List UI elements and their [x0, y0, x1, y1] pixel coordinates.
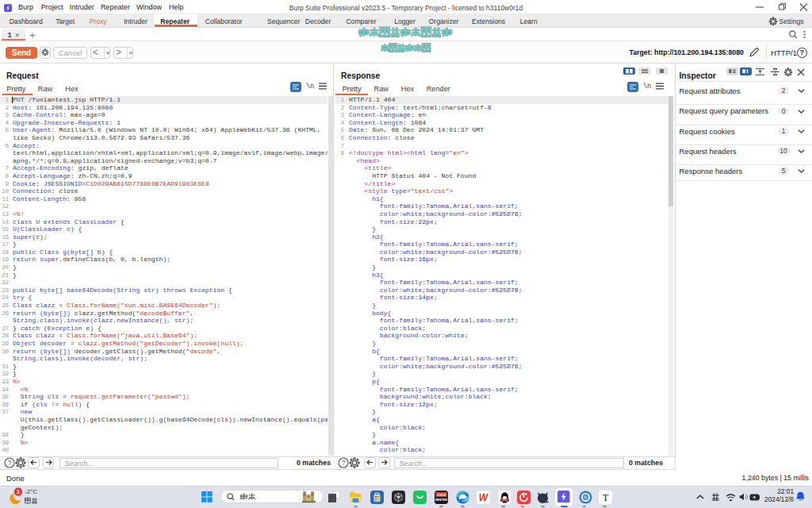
svg-text:VOICE: VOICE [436, 494, 446, 497]
svg-text:T: T [603, 492, 609, 503]
svg-text:W: W [479, 492, 489, 503]
svg-text:?: ? [7, 459, 11, 467]
svg-text:MEETER: MEETER [435, 498, 447, 502]
svg-text:?: ? [342, 459, 346, 467]
